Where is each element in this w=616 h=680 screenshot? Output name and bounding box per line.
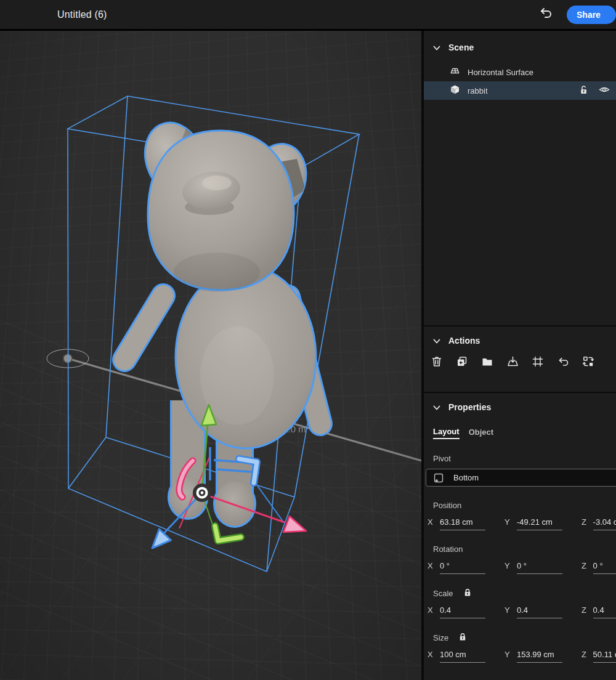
group-label: Position [433,501,461,510]
visibility-toggle[interactable] [598,85,610,96]
gizmo-handle-green[interactable] [215,526,241,541]
properties-header[interactable]: Properties [424,393,616,413]
axis-label: Y [505,605,511,615]
properties-tabs: Layout Object [433,427,616,439]
group-label: Size [433,633,448,642]
chevron-down-icon [433,335,440,346]
eye-icon [599,86,610,95]
lock-icon [464,588,471,599]
axis-label: X [428,561,434,570]
axis-label: X [428,605,434,615]
scene-header[interactable]: Scene [424,31,616,53]
titlebar-actions: Share [536,5,616,25]
scale-lock-toggle[interactable] [463,588,472,598]
actions-header[interactable]: Actions [424,326,616,346]
axis-label: Y [505,650,511,659]
rotation-y-field: Y 0 ° [505,561,582,574]
pivot-value: Bottom [453,473,479,482]
delete-button[interactable] [430,355,444,369]
group-button[interactable] [480,355,494,369]
right-panel: Scene Horizontal Surface rabbit [424,31,616,680]
tab-layout[interactable]: Layout [433,427,460,439]
share-button[interactable]: Share [567,6,616,24]
actions-section: Actions [424,325,616,392]
cube-icon [450,84,460,97]
app-window: { "titlebar": { "title": "Untitled (6)",… [0,0,616,680]
group-position: Position X 63.18 cm Y -49.21 cm Z -3.04 … [424,501,616,530]
pivot-bottom-icon [433,472,444,484]
size-y-input[interactable]: 153.99 cm [517,650,562,663]
undo-button[interactable] [536,5,556,25]
arm-left [124,296,163,360]
rotation-y-input[interactable]: 0 ° [517,561,562,574]
model-rabbit[interactable] [124,115,320,528]
replace-icon [582,355,594,370]
replace-button[interactable] [582,355,595,369]
size-x-input[interactable]: 100 cm [440,650,485,663]
size-z-input[interactable]: 50.11 cm [593,650,616,663]
lock-icon [459,633,466,643]
tree-item-label: Horizontal Surface [468,68,533,77]
scale-x-field: X 0.4 [428,605,505,618]
group-scale: Scale X 0.4 Y 0.4 Z 0.4 [424,588,616,618]
tree-item-label: rabbit [468,86,488,95]
unlock-icon [580,85,588,97]
axis-label: Z [582,605,587,615]
scene-section: Scene Horizontal Surface rabbit [424,31,616,325]
axis-label: Z [582,517,587,527]
frame-icon [532,355,544,370]
trash-icon [431,355,443,370]
size-z-field: Z 50.11 cm [582,650,616,663]
reset-button[interactable] [556,355,570,369]
axis-label: Z [582,561,587,570]
scale-y-input[interactable]: 0.4 [517,605,562,618]
surface-icon [450,66,460,78]
group-label: Rotation [433,544,463,554]
chevron-down-icon [433,402,440,413]
duplicate-icon [456,355,468,370]
rotation-z-field: Z 0 ° [582,561,616,574]
duplicate-button[interactable] [455,355,469,369]
gizmo-pivot-center[interactable] [193,484,211,502]
titlebar: Untitled (6) Share [0,0,616,31]
size-y-field: Y 153.99 cm [505,650,582,663]
scale-x-input[interactable]: 0.4 [440,605,485,618]
undo-icon [557,355,569,370]
drop-to-ground-button[interactable] [506,355,519,369]
axis-label: Y [505,561,511,570]
rotation-x-input[interactable]: 0 ° [440,561,485,574]
row-icons [578,85,610,96]
size-x-field: X 100 cm [428,650,505,663]
pivot-label: Pivot [433,454,616,463]
group-size: Size X 100 cm Y 153.99 cm Z [424,633,616,663]
axis-label: Y [505,517,511,527]
import-icon [506,355,519,370]
viewport-3d[interactable]: X: 1.0 m [0,31,421,680]
group-label: Scale [433,589,453,598]
scale-y-field: Y 0.4 [505,605,582,618]
frame-button[interactable] [531,355,545,369]
position-y-field: Y -49.21 cm [505,517,582,530]
axis-label: X [428,650,434,659]
position-x-field: X 63.18 cm [428,517,505,530]
rotation-z-input[interactable]: 0 ° [593,561,616,574]
position-y-input[interactable]: -49.21 cm [517,517,562,530]
lock-toggle[interactable] [578,85,589,96]
document-title: Untitled (6) [57,9,107,20]
position-x-input[interactable]: 63.18 cm [440,517,485,530]
scene-canvas[interactable]: X: 1.0 m [0,31,421,680]
scene-header-label: Scene [448,42,474,52]
scene-tree: Horizontal Surface rabbit [424,63,616,100]
axis-label: Z [582,650,587,659]
tab-object[interactable]: Object [469,427,493,439]
actions-header-label: Actions [448,336,480,346]
scale-z-input[interactable]: 0.4 [593,605,616,618]
folder-icon [481,355,493,370]
axis-label: X [428,517,434,527]
pivot-select[interactable]: Bottom [426,469,616,487]
tree-item-horizontal-surface[interactable]: Horizontal Surface [424,63,616,81]
tree-item-rabbit[interactable]: rabbit [424,81,616,100]
position-z-input[interactable]: -3.04 cm [593,517,616,530]
size-lock-toggle[interactable] [458,633,468,642]
chin-shade [174,253,260,292]
